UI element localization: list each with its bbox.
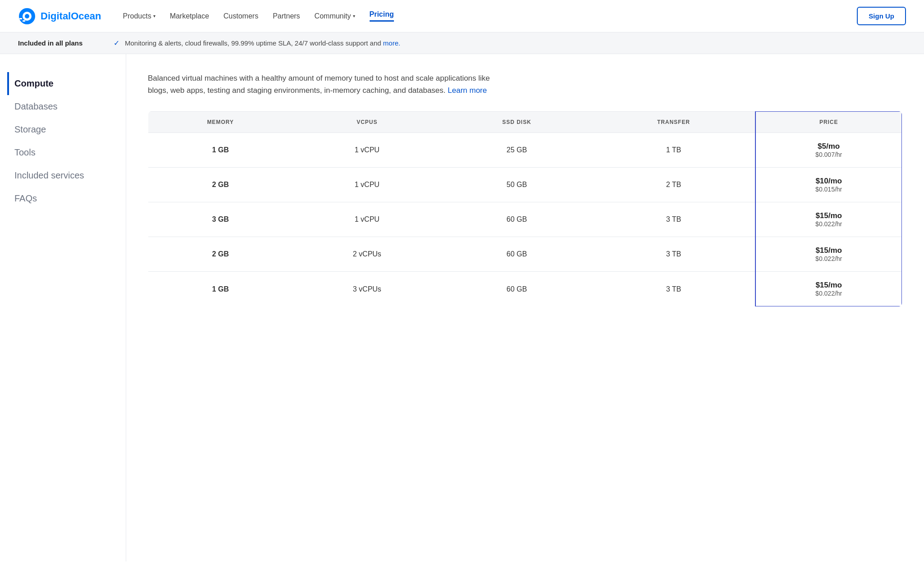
price-hourly: $0.015/hr: [767, 186, 891, 193]
cell-memory: 1 GB: [148, 272, 293, 307]
navbar: DigitalOcean Products ▾ Marketplace Cust…: [0, 0, 924, 32]
banner: Included in all plans ✓ Monitoring & ale…: [0, 32, 924, 54]
sidebar-item-faqs[interactable]: FAQs: [14, 187, 111, 210]
signup-button[interactable]: Sign Up: [857, 7, 906, 25]
nav-marketplace[interactable]: Marketplace: [170, 12, 209, 20]
chevron-down-icon: ▾: [153, 14, 156, 18]
sidebar-item-storage[interactable]: Storage: [14, 118, 111, 141]
main-content: Balanced virtual machines with a healthy…: [126, 54, 924, 561]
banner-description: Monitoring & alerts, cloud firewalls, 99…: [125, 39, 400, 47]
nav-customers[interactable]: Customers: [224, 12, 258, 20]
svg-rect-4: [19, 18, 22, 19]
cell-vcpus: 1 vCPU: [293, 202, 441, 237]
pricing-table: MEMORY VCPUS SSD DISK TRANSFER PRICE 1 G…: [148, 111, 902, 307]
cell-transfer: 1 TB: [592, 133, 756, 168]
logo-link[interactable]: DigitalOcean: [18, 7, 101, 25]
sidebar-item-tools[interactable]: Tools: [14, 141, 111, 164]
cell-price: $15/mo $0.022/hr: [755, 202, 902, 237]
cell-memory: 2 GB: [148, 237, 293, 272]
cell-price: $10/mo $0.015/hr: [755, 168, 902, 202]
nav-products[interactable]: Products ▾: [123, 12, 155, 20]
cell-transfer: 2 TB: [592, 168, 756, 202]
nav-links: Products ▾ Marketplace Customers Partner…: [123, 10, 857, 22]
svg-rect-3: [23, 20, 25, 22]
cell-price: $15/mo $0.022/hr: [755, 272, 902, 307]
price-monthly: $15/mo: [767, 211, 891, 220]
price-hourly: $0.022/hr: [767, 220, 891, 228]
cell-memory: 2 GB: [148, 168, 293, 202]
col-memory: MEMORY: [148, 111, 293, 133]
col-ssd: SSD DISK: [442, 111, 592, 133]
banner-left-text: Included in all plans: [18, 39, 108, 47]
logo-text: DigitalOcean: [41, 10, 101, 22]
table-header: MEMORY VCPUS SSD DISK TRANSFER PRICE: [148, 111, 902, 133]
nav-partners[interactable]: Partners: [273, 12, 300, 20]
sidebar-item-compute[interactable]: Compute: [7, 72, 111, 95]
check-icon: ✓: [114, 39, 119, 47]
cell-transfer: 3 TB: [592, 237, 756, 272]
price-monthly: $15/mo: [767, 246, 891, 255]
table-row: 1 GB 1 vCPU 25 GB 1 TB $5/mo $0.007/hr: [148, 133, 902, 168]
cell-ssd: 25 GB: [442, 133, 592, 168]
price-monthly: $10/mo: [767, 177, 891, 186]
cell-vcpus: 1 vCPU: [293, 133, 441, 168]
price-hourly: $0.022/hr: [767, 255, 891, 262]
cell-vcpus: 2 vCPUs: [293, 237, 441, 272]
price-monthly: $15/mo: [767, 281, 891, 290]
cell-ssd: 50 GB: [442, 168, 592, 202]
sidebar: Compute Databases Storage Tools Included…: [0, 54, 126, 561]
cell-memory: 3 GB: [148, 202, 293, 237]
col-vcpus: VCPUS: [293, 111, 441, 133]
cell-price: $15/mo $0.022/hr: [755, 237, 902, 272]
cell-ssd: 60 GB: [442, 237, 592, 272]
chevron-down-icon: ▾: [353, 14, 355, 18]
table-body: 1 GB 1 vCPU 25 GB 1 TB $5/mo $0.007/hr 2…: [148, 133, 902, 307]
cell-ssd: 60 GB: [442, 202, 592, 237]
cell-vcpus: 3 vCPUs: [293, 272, 441, 307]
svg-point-2: [25, 14, 29, 18]
cell-transfer: 3 TB: [592, 272, 756, 307]
table-row: 3 GB 1 vCPU 60 GB 3 TB $15/mo $0.022/hr: [148, 202, 902, 237]
sidebar-item-databases[interactable]: Databases: [14, 95, 111, 118]
price-hourly: $0.007/hr: [767, 151, 891, 158]
sidebar-item-included-services[interactable]: Included services: [14, 164, 111, 187]
compute-description: Balanced virtual machines with a healthy…: [148, 72, 508, 96]
logo-icon: [18, 7, 36, 25]
banner-more-link[interactable]: more.: [383, 39, 400, 47]
table-row: 2 GB 1 vCPU 50 GB 2 TB $10/mo $0.015/hr: [148, 168, 902, 202]
col-price: PRICE: [755, 111, 902, 133]
cell-ssd: 60 GB: [442, 272, 592, 307]
table-row: 2 GB 2 vCPUs 60 GB 3 TB $15/mo $0.022/hr: [148, 237, 902, 272]
cell-price: $5/mo $0.007/hr: [755, 133, 902, 168]
learn-more-link[interactable]: Learn more: [448, 86, 487, 95]
price-monthly: $5/mo: [767, 142, 891, 151]
main-layout: Compute Databases Storage Tools Included…: [0, 54, 924, 561]
nav-pricing[interactable]: Pricing: [370, 10, 394, 22]
nav-community[interactable]: Community ▾: [315, 12, 355, 20]
col-transfer: TRANSFER: [592, 111, 756, 133]
cell-transfer: 3 TB: [592, 202, 756, 237]
cell-vcpus: 1 vCPU: [293, 168, 441, 202]
price-hourly: $0.022/hr: [767, 290, 891, 297]
cell-memory: 1 GB: [148, 133, 293, 168]
table-row: 1 GB 3 vCPUs 60 GB 3 TB $15/mo $0.022/hr: [148, 272, 902, 307]
